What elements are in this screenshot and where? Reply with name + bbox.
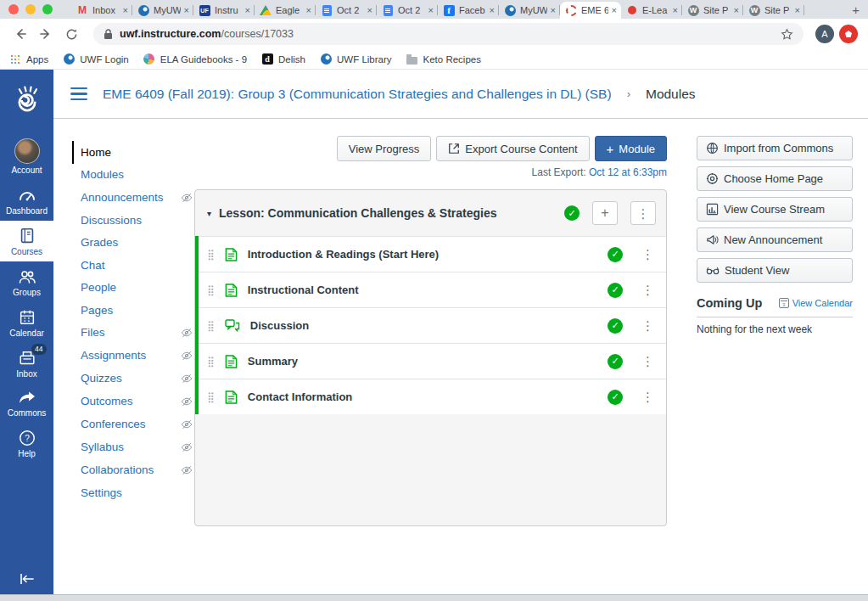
- minimize-window-button[interactable]: [25, 4, 36, 14]
- course-nav-item[interactable]: Pages: [72, 299, 194, 322]
- course-nav-item[interactable]: Syllabus: [72, 436, 194, 459]
- browser-tab[interactable]: Oct 2 ×: [316, 2, 377, 19]
- module-item-title[interactable]: Summary: [248, 355, 597, 368]
- browser-tab[interactable]: Faceb ×: [438, 2, 499, 19]
- drag-handle-icon[interactable]: ⣿: [207, 320, 215, 332]
- tab-close-icon[interactable]: ×: [551, 5, 556, 15]
- course-nav-item[interactable]: Home: [72, 141, 194, 164]
- module-item-row[interactable]: ⣿ Introduction & Readings (Start Here) ✓…: [199, 236, 666, 272]
- module-item-title[interactable]: Discussion: [250, 319, 597, 332]
- tab-close-icon[interactable]: ×: [428, 5, 434, 15]
- item-kebab-icon[interactable]: ⋮: [641, 319, 654, 332]
- browser-tab[interactable]: Site P ×: [682, 2, 743, 19]
- sidebar-item-inbox[interactable]: 44 Inbox: [0, 343, 53, 384]
- browser-tab[interactable]: Inbox ×: [71, 2, 132, 19]
- module-item-row[interactable]: ⣿ Discussion ✓ ⋮: [199, 307, 666, 343]
- close-window-button[interactable]: [8, 4, 19, 14]
- drag-handle-icon[interactable]: ⣿: [207, 284, 215, 296]
- browser-tab[interactable]: Site P ×: [743, 2, 804, 19]
- course-nav-item[interactable]: Discussions: [72, 209, 194, 232]
- course-nav-item[interactable]: Collaborations: [72, 459, 194, 482]
- maximize-window-button[interactable]: [42, 4, 53, 14]
- course-nav-item[interactable]: Assignments: [72, 345, 194, 368]
- uwf-logo-icon[interactable]: [0, 70, 53, 132]
- drag-handle-icon[interactable]: ⣿: [207, 356, 215, 368]
- bookmark-star-icon[interactable]: [781, 28, 793, 41]
- view-progress-button[interactable]: View Progress: [337, 136, 432, 161]
- browser-tab[interactable]: MyUW ×: [499, 2, 560, 19]
- browser-tab[interactable]: EME 6 ×: [560, 2, 621, 19]
- tab-close-icon[interactable]: ×: [795, 5, 800, 15]
- sidebar-item-courses[interactable]: Courses: [0, 221, 53, 261]
- bookmark-item[interactable]: Keto Recipes: [406, 53, 481, 66]
- add-module-button[interactable]: + Module: [595, 136, 667, 161]
- sidebar-item-account[interactable]: Account: [0, 132, 53, 180]
- course-nav-item[interactable]: Conferences: [72, 413, 194, 436]
- module-item-title[interactable]: Instructional Content: [248, 284, 597, 296]
- module-item-row[interactable]: ⣿ Instructional Content ✓ ⋮: [199, 272, 666, 307]
- item-kebab-icon[interactable]: ⋮: [641, 355, 654, 368]
- collapse-caret-icon[interactable]: ▾: [207, 209, 211, 218]
- sidebar-item-commons[interactable]: Commons: [0, 384, 53, 423]
- new-announcement-button[interactable]: New Announcement: [697, 227, 853, 252]
- item-kebab-icon[interactable]: ⋮: [641, 284, 654, 296]
- back-icon[interactable]: [10, 24, 31, 44]
- module-item-row[interactable]: ⣿ Summary ✓ ⋮: [199, 343, 666, 379]
- refresh-icon[interactable]: [61, 24, 81, 44]
- forward-icon[interactable]: [36, 24, 56, 44]
- course-menu-icon[interactable]: [70, 87, 87, 101]
- drag-handle-icon[interactable]: ⣿: [207, 249, 215, 261]
- item-kebab-icon[interactable]: ⋮: [641, 248, 654, 261]
- address-bar[interactable]: uwf.instructure.com/courses/17033: [93, 23, 804, 45]
- sidebar-item-dashboard[interactable]: Dashboard: [0, 180, 53, 221]
- collapse-nav-icon[interactable]: [0, 572, 53, 586]
- published-check-icon[interactable]: ✓: [608, 247, 623, 262]
- browser-tab[interactable]: Eagle ×: [255, 2, 316, 19]
- module-kebab-button[interactable]: ⋮: [630, 201, 656, 225]
- add-item-button[interactable]: +: [592, 201, 618, 225]
- course-nav-item[interactable]: People: [72, 277, 194, 300]
- published-check-icon[interactable]: ✓: [608, 318, 623, 334]
- tab-close-icon[interactable]: ×: [306, 5, 311, 15]
- course-nav-item[interactable]: Files: [72, 322, 194, 345]
- browser-tab[interactable]: MyUW ×: [132, 2, 193, 19]
- module-item-row[interactable]: ⣿ Contact Information ✓ ⋮: [199, 379, 666, 414]
- published-check-icon[interactable]: ✓: [564, 205, 580, 221]
- course-nav-item[interactable]: Quizzes: [72, 368, 194, 390]
- view-course-stream-button[interactable]: View Course Stream: [697, 197, 853, 222]
- tab-close-icon[interactable]: ×: [673, 5, 678, 15]
- bookmark-item[interactable]: Apps: [8, 53, 48, 66]
- course-nav-item[interactable]: Announcements: [72, 186, 194, 209]
- browser-tab[interactable]: Oct 2 ×: [377, 2, 438, 19]
- module-item-title[interactable]: Contact Information: [248, 390, 597, 403]
- bookmark-item[interactable]: UWF Library: [319, 53, 392, 66]
- sidebar-item-help[interactable]: ? Help: [0, 423, 53, 463]
- sidebar-item-groups[interactable]: Groups: [0, 261, 53, 302]
- extension-icon[interactable]: [839, 25, 858, 43]
- published-check-icon[interactable]: ✓: [608, 354, 623, 369]
- new-tab-button[interactable]: +: [845, 3, 868, 19]
- browser-profile-avatar[interactable]: A: [815, 25, 834, 43]
- export-course-content-button[interactable]: Export Course Content: [436, 136, 589, 161]
- tab-close-icon[interactable]: ×: [367, 5, 372, 15]
- course-nav-item[interactable]: Grades: [72, 232, 194, 255]
- tab-close-icon[interactable]: ×: [245, 5, 250, 15]
- browser-tab[interactable]: E-Lea ×: [621, 2, 682, 19]
- tab-close-icon[interactable]: ×: [612, 5, 617, 15]
- item-kebab-icon[interactable]: ⋮: [641, 390, 654, 403]
- view-calendar-link[interactable]: 3 View Calendar: [779, 298, 853, 308]
- course-nav-item[interactable]: Chat: [72, 254, 194, 277]
- tab-close-icon[interactable]: ×: [123, 5, 128, 15]
- student-view-button[interactable]: Student View: [697, 258, 853, 283]
- tab-close-icon[interactable]: ×: [734, 5, 739, 15]
- published-check-icon[interactable]: ✓: [608, 283, 623, 298]
- bookmark-item[interactable]: UWF Login: [62, 53, 129, 66]
- bookmark-item[interactable]: Delish: [260, 53, 305, 66]
- module-item-title[interactable]: Introduction & Readings (Start Here): [248, 248, 597, 261]
- import-from-commons-button[interactable]: Import from Commons: [697, 136, 853, 160]
- choose-home-page-button[interactable]: Choose Home Page: [697, 166, 853, 191]
- bookmark-item[interactable]: ELA Guidebooks - 9: [143, 53, 247, 66]
- drag-handle-icon[interactable]: ⣿: [207, 391, 215, 403]
- browser-tab[interactable]: Instru ×: [193, 2, 255, 19]
- last-export-link[interactable]: Oct 12 at 6:33pm: [589, 166, 667, 178]
